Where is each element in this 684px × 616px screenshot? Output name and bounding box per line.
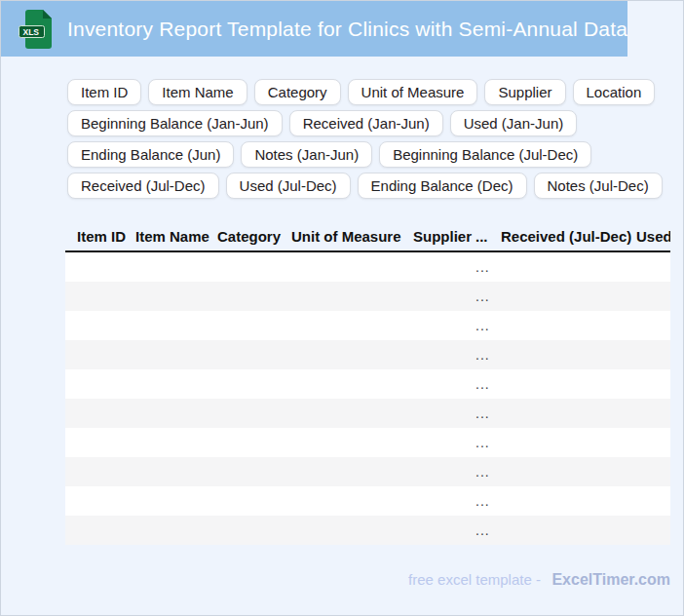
chip-notes-jan-jun[interactable]: Notes (Jan-Jun) xyxy=(241,141,372,168)
chip-used-jan-jun[interactable]: Used (Jan-Jun) xyxy=(450,110,578,136)
column-header-item-id: Item ID xyxy=(77,223,135,250)
column-header-used-jul-dec: Used (Jul-Dec) xyxy=(636,223,670,250)
column-header-received-jul-dec: Received (Jul-Dec) xyxy=(501,223,636,250)
row-placeholder: ... xyxy=(475,428,490,457)
footer: free excel template - ExcelTimer.com xyxy=(1,571,683,589)
table-row: ... xyxy=(65,428,670,457)
column-header-unit-of-measure: Unit of Measure xyxy=(291,223,413,250)
chip-used-jul-dec[interactable]: Used (Jul-Dec) xyxy=(226,173,351,199)
chip-received-jan-jun[interactable]: Received (Jan-Jun) xyxy=(289,110,443,136)
table-clip: Item ID Item Name Category Unit of Measu… xyxy=(65,223,670,545)
table-row: ... xyxy=(65,311,670,340)
chip-notes-jul-dec[interactable]: Notes (Jul-Dec) xyxy=(534,173,663,199)
table-row: ... xyxy=(65,486,670,516)
app-header: XLS Inventory Report Template for Clinic… xyxy=(1,1,627,57)
chip-item-name[interactable]: Item Name xyxy=(148,79,247,105)
table-header-row: Item ID Item Name Category Unit of Measu… xyxy=(65,223,670,252)
table-row: ... xyxy=(65,282,670,311)
chip-unit-of-measure[interactable]: Unit of Measure xyxy=(348,79,478,105)
xls-file-icon: XLS xyxy=(19,9,54,50)
row-placeholder: ... xyxy=(475,311,490,340)
table-row: ... xyxy=(65,516,670,545)
footer-text: free excel template - xyxy=(408,571,541,588)
chip-row: Received (Jul-Dec) Used (Jul-Dec) Ending… xyxy=(67,173,683,199)
chip-beginning-balance-jan-jun[interactable]: Beginning Balance (Jan-Jun) xyxy=(67,110,283,136)
chip-ending-balance-jun[interactable]: Ending Balance (Jun) xyxy=(67,141,234,168)
chip-ending-balance-dec[interactable]: Ending Balance (Dec) xyxy=(358,173,527,199)
chip-received-jul-dec[interactable]: Received (Jul-Dec) xyxy=(67,173,219,199)
xls-icon-label: XLS xyxy=(23,26,40,36)
row-placeholder: ... xyxy=(475,252,490,282)
field-chip-list: Item ID Item Name Category Unit of Measu… xyxy=(67,79,683,199)
chip-location[interactable]: Location xyxy=(573,79,656,105)
table-row: ... xyxy=(65,340,670,369)
row-placeholder: ... xyxy=(475,457,490,486)
chip-row: Item ID Item Name Category Unit of Measu… xyxy=(67,79,683,105)
table-row: ... xyxy=(65,457,670,486)
table-row: ... xyxy=(65,399,670,428)
row-placeholder: ... xyxy=(475,369,490,399)
column-header-ellipsis: ... xyxy=(475,223,501,250)
preview-table: Item ID Item Name Category Unit of Measu… xyxy=(65,223,683,545)
chip-category[interactable]: Category xyxy=(254,79,341,105)
row-placeholder: ... xyxy=(475,486,490,516)
footer-brand-link[interactable]: ExcelTimer.com xyxy=(551,571,670,588)
row-placeholder: ... xyxy=(475,516,490,545)
table-row: ... xyxy=(65,369,670,399)
column-header-category: Category xyxy=(217,223,291,250)
chip-supplier[interactable]: Supplier xyxy=(484,79,565,105)
column-header-item-name: Item Name xyxy=(135,223,217,250)
chip-row: Ending Balance (Jun) Notes (Jan-Jun) Beg… xyxy=(67,141,683,168)
page-title: Inventory Report Template for Clinics wi… xyxy=(67,18,627,41)
chip-row: Beginning Balance (Jan-Jun) Received (Ja… xyxy=(67,110,683,136)
row-placeholder: ... xyxy=(475,340,490,369)
table-row: ... xyxy=(65,252,670,282)
row-placeholder: ... xyxy=(475,282,490,311)
chip-item-id[interactable]: Item ID xyxy=(67,79,141,105)
row-placeholder: ... xyxy=(475,399,490,428)
chip-beginning-balance-jul-dec[interactable]: Beginning Balance (Jul-Dec) xyxy=(379,141,591,168)
column-header-supplier: Supplier xyxy=(413,223,475,250)
